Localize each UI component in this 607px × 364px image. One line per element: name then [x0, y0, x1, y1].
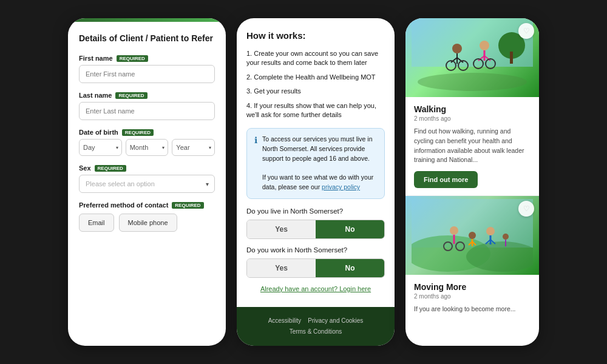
q1-yes-button[interactable]: Yes — [247, 220, 316, 238]
steps-list: 1. Create your own account so you can sa… — [246, 49, 385, 120]
family-illustration — [412, 199, 533, 272]
info-text: To access our services you must live in … — [262, 135, 377, 192]
moving-more-title: Moving More — [414, 282, 531, 292]
accessibility-link[interactable]: Accessibility — [268, 317, 301, 324]
last-name-input[interactable] — [79, 102, 215, 120]
form-card: Details of Client / Patient to Refer Fir… — [68, 18, 226, 346]
last-name-label: Last name REQUIRED — [79, 92, 215, 99]
last-name-group: Last name REQUIRED — [79, 92, 215, 120]
svg-point-10 — [480, 41, 489, 50]
month-select-wrapper: Month ▾ — [126, 139, 169, 156]
question-2-buttons: Yes No — [246, 258, 385, 278]
moving-more-activity-card: ♡ Moving More 2 months ago If you are lo… — [405, 196, 539, 328]
footer-links: Accessibility Privacy and Cookies Terms … — [237, 315, 395, 337]
privacy-cookies-link[interactable]: Privacy and Cookies — [308, 317, 363, 324]
moving-more-favorite-button[interactable]: ♡ — [518, 201, 534, 217]
moving-more-desc: If you are looking to become more... — [414, 305, 531, 314]
year-select[interactable]: Year — [172, 139, 215, 156]
svg-rect-3 — [510, 52, 513, 64]
privacy-policy-link[interactable]: privacy policy — [322, 183, 360, 190]
walking-activity-card: ♡ Walking 2 months ago Find out how walk… — [405, 18, 539, 195]
q2-no-button[interactable]: No — [316, 259, 384, 277]
walking-favorite-button[interactable]: ♡ — [518, 23, 534, 39]
required-badge-5: REQUIRED — [172, 202, 203, 209]
question-1-buttons: Yes No — [246, 220, 385, 239]
q2-yes-button[interactable]: Yes — [247, 259, 316, 277]
moving-more-activity-image: ♡ — [405, 196, 539, 275]
svg-point-23 — [469, 232, 476, 239]
contact-buttons: Email Mobile phone — [79, 214, 215, 232]
info-icon: ℹ — [254, 135, 257, 145]
first-name-group: First name REQUIRED — [79, 55, 215, 83]
required-badge: REQUIRED — [117, 55, 148, 62]
required-badge-2: REQUIRED — [115, 92, 147, 99]
question-2: Do you work in North Somerset? — [246, 246, 385, 254]
sex-group: Sex REQUIRED Please select an option Mal… — [79, 164, 215, 193]
walking-activity-image: ♡ — [405, 18, 539, 97]
year-select-wrapper: Year ▾ — [172, 139, 215, 156]
email-button[interactable]: Email — [79, 214, 114, 232]
footer: Accessibility Privacy and Cookies Terms … — [237, 307, 395, 346]
dob-row: Day ▾ Month ▾ Year ▾ — [79, 139, 215, 156]
sex-select[interactable]: Please select an option Male Female Othe… — [79, 175, 215, 193]
moving-more-activity-body: Moving More 2 months ago If you are look… — [405, 275, 539, 328]
first-name-label: First name REQUIRED — [79, 55, 215, 62]
svg-point-31 — [503, 234, 509, 240]
walking-find-out-button[interactable]: Find out more — [414, 171, 478, 188]
activities-card: ♡ Walking 2 months ago Find out how walk… — [405, 18, 539, 346]
svg-point-19 — [450, 226, 458, 235]
walking-activity-body: Walking 2 months ago Find out how walkin… — [405, 97, 539, 195]
sex-label: Sex REQUIRED — [79, 164, 215, 172]
required-badge-4: REQUIRED — [95, 165, 126, 172]
cycling-illustration — [412, 18, 533, 91]
q1-no-button[interactable]: No — [316, 220, 384, 238]
login-link[interactable]: Already have an account? Login here — [246, 285, 385, 292]
info-box: ℹ To access our services you must live i… — [246, 128, 385, 199]
step-4: 4. If your results show that we can help… — [246, 101, 385, 120]
step-1: 1. Create your own account so you can sa… — [246, 49, 385, 68]
required-badge-3: REQUIRED — [122, 129, 154, 136]
day-select-wrapper: Day ▾ — [79, 139, 122, 156]
how-it-works-card: How it works: 1. Create your own account… — [237, 18, 395, 346]
question-1: Do you live in North Somerset? — [246, 207, 385, 215]
contact-label: Preferred method of contact REQUIRED — [79, 201, 215, 209]
dob-label: Date of birth REQUIRED — [79, 129, 215, 136]
moving-more-date: 2 months ago — [414, 293, 531, 300]
month-select[interactable]: Month — [126, 139, 169, 156]
mobile-phone-button[interactable]: Mobile phone — [119, 214, 177, 232]
sex-select-wrapper: Please select an option Male Female Othe… — [79, 175, 215, 193]
walking-title: Walking — [414, 104, 531, 114]
walking-date: 2 months ago — [414, 115, 531, 122]
first-name-input[interactable] — [79, 65, 215, 83]
terms-conditions-link[interactable]: Terms & Conditions — [290, 328, 342, 335]
walking-desc: Find out how walking, running and cyclin… — [414, 127, 531, 165]
svg-point-4 — [452, 44, 462, 53]
how-it-works-title: How it works: — [246, 30, 385, 41]
form-title: Details of Client / Patient to Refer — [79, 33, 215, 44]
day-select[interactable]: Day — [79, 139, 122, 156]
step-2: 2. Complete the Health and Wellbeing MOT — [246, 73, 385, 82]
dob-group: Date of birth REQUIRED Day ▾ Month — [79, 129, 215, 156]
svg-point-1 — [418, 73, 527, 91]
step-3: 3. Get your results — [246, 87, 385, 96]
svg-point-27 — [486, 227, 495, 235]
contact-group: Preferred method of contact REQUIRED Ema… — [79, 201, 215, 232]
